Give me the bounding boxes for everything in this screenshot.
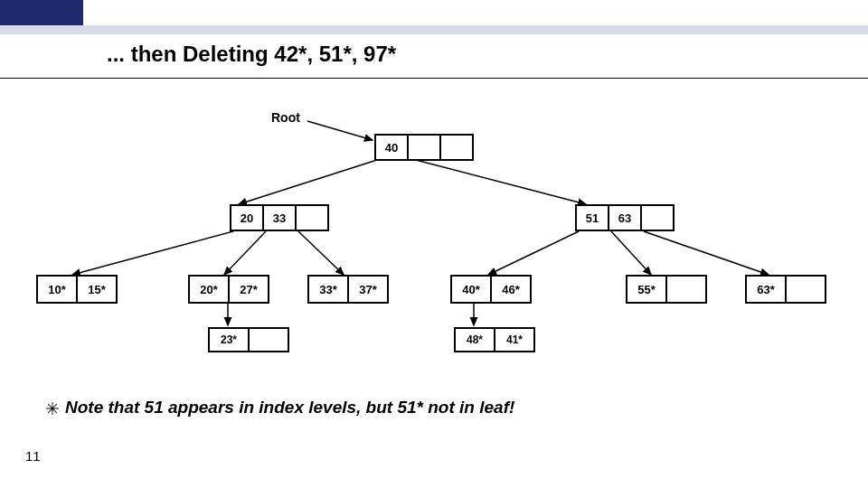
overflow-1-cell-1: 41* [495,329,533,351]
svg-line-8 [644,231,769,275]
overflow-1-cell-0: 48* [456,329,495,351]
left-idx-key-0: 20 [231,206,264,230]
svg-line-7 [611,231,651,275]
right-idx-key-0: 51 [577,206,609,230]
root-slot-2 [441,136,472,159]
left-index-node: 20 33 [230,204,329,231]
bullet-icon: ✳ [45,399,60,419]
leaf-4-cell-1 [667,277,705,302]
svg-line-1 [239,159,380,204]
right-idx-slot-2 [642,206,673,230]
svg-line-4 [224,231,266,275]
page-number: 11 [25,448,41,464]
overflow-0-cell-0: 23* [210,329,250,351]
overflow-0: 23* [208,327,289,352]
svg-line-6 [488,231,579,275]
leaf-2-cell-0: 33* [309,277,349,302]
root-label: Root [271,110,300,125]
right-index-node: 51 63 [575,204,675,231]
leaf-3-cell-0: 40* [452,277,492,302]
svg-line-3 [72,231,233,275]
overflow-1: 48* 41* [454,327,535,352]
svg-line-2 [412,159,586,204]
footnote: ✳Note that 51 appears in index levels, b… [45,398,514,419]
svg-line-0 [307,121,373,140]
footnote-text: Note that 51 appears in index levels, bu… [65,398,514,417]
leaf-3: 40* 46* [450,275,532,304]
leaf-0-cell-0: 10* [38,277,78,302]
svg-line-5 [298,231,344,275]
left-idx-key-1: 33 [264,206,297,230]
title-underline [0,78,868,79]
corner-tab [0,0,83,25]
leaf-5-cell-1 [787,277,825,302]
leaf-1-cell-0: 20* [190,277,230,302]
root-slot-1 [409,136,441,159]
leaf-4: 55* [626,275,707,304]
leaf-4-cell-0: 55* [627,277,667,302]
leaf-0: 10* 15* [36,275,118,304]
root-key-0: 40 [376,136,409,159]
header-band [0,25,868,34]
page-title: ... then Deleting 42*, 51*, 97* [107,42,396,67]
root-node: 40 [374,134,474,161]
leaf-3-cell-1: 46* [492,277,530,302]
left-idx-slot-2 [297,206,327,230]
leaf-1: 20* 27* [188,275,269,304]
leaf-5: 63* [745,275,826,304]
right-idx-key-1: 63 [609,206,642,230]
leaf-2-cell-1: 37* [349,277,387,302]
leaf-1-cell-1: 27* [230,277,268,302]
leaf-5-cell-0: 63* [747,277,787,302]
leaf-0-cell-1: 15* [78,277,116,302]
overflow-0-cell-1 [250,329,288,351]
leaf-2: 33* 37* [307,275,389,304]
